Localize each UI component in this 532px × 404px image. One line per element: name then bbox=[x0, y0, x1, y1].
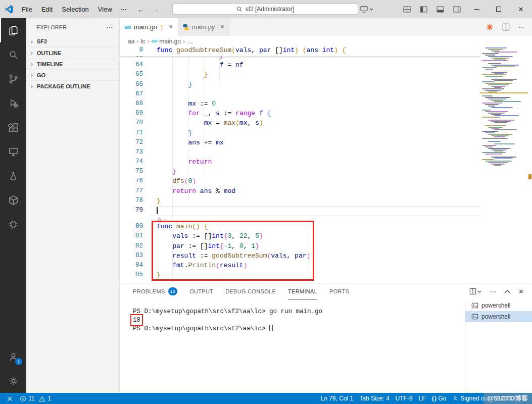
tab-close-icon[interactable]: ✕ bbox=[220, 24, 224, 30]
status-eol[interactable]: LF bbox=[416, 393, 429, 404]
toggle-sidebar-icon[interactable] bbox=[415, 6, 432, 13]
panel-tab-debug-console[interactable]: DEBUG CONSOLE bbox=[225, 283, 276, 299]
chip-icon[interactable] bbox=[0, 212, 26, 236]
chevron-right-icon: › bbox=[28, 82, 35, 90]
package-icon[interactable] bbox=[0, 188, 26, 212]
code-line[interactable]: 75 } bbox=[120, 168, 480, 177]
split-terminal-icon[interactable] bbox=[469, 288, 481, 295]
code-line[interactable]: 65 } bbox=[120, 71, 480, 80]
line-number: 82 bbox=[120, 242, 150, 252]
chevron-right-icon: › bbox=[183, 37, 185, 45]
run-extension-icon[interactable] bbox=[486, 23, 494, 31]
error-icon bbox=[20, 395, 26, 402]
split-editor-icon[interactable] bbox=[502, 23, 510, 31]
minimap-line bbox=[485, 69, 493, 70]
breadcrumb-item[interactable]: … bbox=[187, 38, 193, 45]
status-language-mode[interactable]: { }Go bbox=[429, 393, 450, 404]
code-line[interactable]: 74 return bbox=[120, 158, 480, 168]
testing-icon[interactable] bbox=[0, 164, 26, 188]
editor-scrollbar[interactable] bbox=[528, 46, 532, 283]
code-line[interactable]: 69 for _, s := range f { bbox=[120, 110, 480, 119]
toggle-panel-icon[interactable] bbox=[432, 6, 449, 13]
panel-tab-terminal[interactable]: TERMINAL bbox=[288, 283, 317, 299]
minimap-line bbox=[485, 55, 495, 56]
minimap-line bbox=[494, 73, 504, 74]
menu-file[interactable]: File bbox=[17, 4, 37, 15]
maximize-panel-icon[interactable] bbox=[504, 289, 510, 293]
code-token: ans bbox=[200, 187, 212, 195]
toggle-secondary-sidebar-icon[interactable] bbox=[449, 6, 465, 13]
run-and-debug-icon[interactable] bbox=[0, 91, 26, 115]
close-panel-icon[interactable]: ✕ bbox=[518, 288, 524, 295]
status-indentation[interactable]: Tab Size: 4 bbox=[356, 393, 392, 404]
tab-main.py[interactable]: main.py✕ bbox=[178, 18, 230, 36]
code-line[interactable]: 79 bbox=[120, 207, 480, 216]
breadcrumb: aa›lc›GOmain.go›… bbox=[120, 36, 532, 46]
status-encoding[interactable]: UTF-8 bbox=[393, 393, 416, 404]
breadcrumb-item[interactable]: lc bbox=[141, 38, 146, 45]
views-more-actions-icon[interactable]: ⋯ bbox=[106, 23, 113, 31]
settings-gear-icon[interactable] bbox=[0, 369, 26, 393]
warning-icon bbox=[39, 395, 45, 402]
code-line[interactable]: 70 mx = max(mx, s) bbox=[120, 119, 480, 129]
code-line[interactable]: 66 } bbox=[120, 81, 480, 90]
tab-main.go[interactable]: GOmain.go1✕ bbox=[120, 18, 178, 36]
customize-layout-icon[interactable] bbox=[399, 6, 415, 13]
code-line[interactable]: 73 bbox=[120, 148, 480, 158]
terminal-profile-icon[interactable] bbox=[355, 6, 378, 13]
maximize-button[interactable] bbox=[488, 0, 510, 18]
code-line[interactable]: 71 } bbox=[120, 129, 480, 139]
panel-more-actions-icon[interactable]: ⋯ bbox=[490, 288, 496, 295]
code-editor[interactable]: 63 }64 f = nf65 }66 }6768 mx := 069 for … bbox=[120, 46, 532, 283]
close-button[interactable]: ✕ bbox=[510, 0, 532, 18]
command-center-search[interactable]: sf2 [Administrator] bbox=[172, 4, 358, 15]
extensions-icon[interactable] bbox=[0, 115, 26, 139]
forward-arrow-icon[interactable]: → bbox=[152, 5, 160, 14]
breadcrumb-item[interactable]: GOmain.go bbox=[152, 38, 181, 45]
terminal-output[interactable]: PS D:\mysetup\gopath\src\sf2\aa\lc> go r… bbox=[120, 304, 465, 333]
code-line[interactable]: 68 mx := 0 bbox=[120, 100, 480, 110]
tab-close-icon[interactable]: ✕ bbox=[168, 24, 173, 30]
accounts-icon[interactable]: 1 bbox=[0, 344, 26, 369]
code-line[interactable]: 76 dfs(0) bbox=[120, 177, 480, 187]
explorer-icon[interactable] bbox=[0, 18, 26, 42]
code-token: vals bbox=[235, 46, 251, 54]
minimize-button[interactable] bbox=[465, 0, 488, 18]
terminal-line: PS D:\mysetup\gopath\src\sf2\aa\lc> go r… bbox=[133, 308, 465, 316]
panel-tab-ports[interactable]: PORTS bbox=[329, 283, 349, 299]
code-line[interactable]: 64 f = nf bbox=[120, 61, 480, 71]
code-line[interactable]: 67 bbox=[120, 90, 480, 100]
back-arrow-icon[interactable]: ← bbox=[137, 5, 145, 14]
menu-edit[interactable]: Edit bbox=[37, 4, 57, 15]
sidebar-section-timeline[interactable]: ›TIMELINE bbox=[26, 58, 119, 69]
search-icon[interactable] bbox=[0, 42, 26, 67]
chevron-down-icon bbox=[369, 8, 373, 11]
terminal-instance-powershell[interactable]: powershell bbox=[465, 300, 532, 311]
code-line[interactable]: 78} bbox=[120, 197, 480, 207]
source-control-icon[interactable] bbox=[0, 67, 26, 91]
terminal-instance-powershell[interactable]: powershell bbox=[465, 311, 532, 322]
sidebar-section-sf2[interactable]: ›SF2 bbox=[26, 36, 119, 47]
sticky-scroll-line[interactable]: 8 func goodSubtreeSum(vals, par []int) (… bbox=[120, 46, 480, 56]
code-line[interactable]: 72 ans += mx bbox=[120, 139, 480, 148]
chevron-right-icon: › bbox=[147, 37, 149, 45]
menu-overflow[interactable]: ⋯ bbox=[117, 4, 130, 15]
panel-tab-output[interactable]: OUTPUT bbox=[189, 283, 213, 299]
minimap-line bbox=[482, 152, 506, 153]
menu-selection[interactable]: Selection bbox=[57, 4, 93, 15]
code-token: ans bbox=[188, 139, 200, 146]
breadcrumb-item[interactable]: aa bbox=[128, 38, 134, 45]
problems-status[interactable]: 11 1 bbox=[17, 393, 54, 404]
minimap[interactable] bbox=[480, 46, 528, 283]
sidebar-section-package-outline[interactable]: ›PACKAGE OUTLINE bbox=[26, 80, 119, 91]
sidebar-section-outline[interactable]: ›OUTLINE bbox=[26, 47, 119, 58]
code-line[interactable]: 77 return ans % mod bbox=[120, 187, 480, 197]
panel-tab-problems[interactable]: PROBLEMS12 bbox=[133, 283, 177, 299]
tab-bar: GOmain.go1✕main.py✕ ⋯ bbox=[120, 18, 532, 36]
menu-view[interactable]: View bbox=[93, 4, 117, 15]
sidebar-section-go[interactable]: ›GO bbox=[26, 69, 119, 80]
remote-indicator-icon[interactable] bbox=[4, 393, 16, 404]
remote-explorer-icon[interactable] bbox=[0, 139, 26, 164]
status-cursor-position[interactable]: Ln 79, Col 1 bbox=[317, 393, 356, 404]
editor-more-actions-icon[interactable]: ⋯ bbox=[518, 23, 525, 31]
